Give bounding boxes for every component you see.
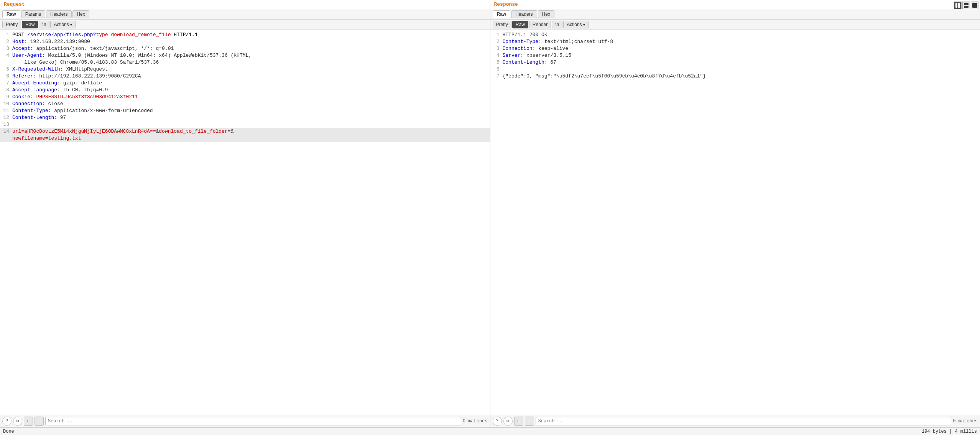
- table-row: 5 X-Requested-With: XMLHttpRequest: [0, 66, 490, 73]
- table-row: 1 POST /service/app/files.php?type=downl…: [0, 31, 490, 38]
- status-size: 194 bytes | 4 millis: [922, 429, 977, 434]
- table-row: 10 Connection: close: [0, 101, 490, 107]
- next-match-request[interactable]: →: [35, 417, 44, 426]
- sub-raw-request[interactable]: Raw: [22, 21, 38, 28]
- request-title: Request: [0, 0, 490, 9]
- split-horizontal-icon[interactable]: [954, 2, 962, 9]
- response-title: Response: [490, 0, 980, 9]
- svg-rect-0: [955, 3, 957, 8]
- table-row: 5 Content-Length: 67: [490, 59, 980, 66]
- table-row: 2 Host: 192.168.222.139:9080: [0, 38, 490, 45]
- tab-raw-response[interactable]: Raw: [493, 10, 511, 18]
- response-tab-bar: Raw Headers Hex: [490, 9, 980, 20]
- table-row: 13: [0, 121, 490, 128]
- help-button-response[interactable]: ?: [493, 417, 502, 426]
- matches-count-request: 0 matches: [463, 419, 488, 424]
- search-input-response[interactable]: [536, 417, 952, 425]
- matches-count-response: 0 matches: [953, 419, 978, 424]
- response-panel: Response Raw Headers Hex Pretty Raw Rend…: [490, 0, 980, 427]
- svg-rect-2: [964, 3, 968, 5]
- sub-newline-request[interactable]: \n: [39, 21, 49, 28]
- help-button-request[interactable]: ?: [2, 417, 12, 426]
- sub-pretty-request[interactable]: Pretty: [2, 21, 21, 28]
- single-view-icon[interactable]: [971, 2, 978, 9]
- sub-raw-response[interactable]: Raw: [512, 21, 528, 28]
- prev-match-request[interactable]: ←: [24, 417, 33, 426]
- table-row: 3 Connection: keep-alive: [490, 45, 980, 52]
- table-row: 7 Accept-Encoding: gzip, deflate: [0, 80, 490, 87]
- table-row: like Gecko) Chrome/85.0.4183.83 Safari/5…: [0, 59, 490, 66]
- tab-headers-response[interactable]: Headers: [511, 10, 537, 18]
- sub-newline-response[interactable]: \n: [552, 21, 562, 28]
- request-tab-bar: Raw Params Headers Hex: [0, 9, 490, 20]
- table-row: 4 User-Agent: Mozilla/5.0 (Windows NT 10…: [0, 52, 490, 59]
- table-row: 3 Accept: application/json, text/javascr…: [0, 45, 490, 52]
- request-panel: Request Raw Params Headers Hex Pretty Ra…: [0, 0, 490, 427]
- table-row: 8 Accept-Language: zh-CN, zh;q=0.9: [0, 87, 490, 94]
- table-row: 2 Content-Type: text/html;charset=utf-8: [490, 38, 980, 45]
- actions-button-response[interactable]: Actions ▾: [563, 21, 588, 28]
- next-match-response[interactable]: →: [525, 417, 534, 426]
- table-row: 7 {"code":0, "msg":"\u5df2\u7ecf\u5f00\u…: [490, 73, 980, 80]
- tab-params-request[interactable]: Params: [21, 10, 45, 18]
- table-row: 6 Referer: http://192.168.222.139:9080/C…: [0, 73, 490, 80]
- table-row: 9 Cookie: PHPSESSID=9c53f8f8c903d9412a3f…: [0, 94, 490, 101]
- search-input-request[interactable]: [45, 417, 461, 425]
- request-content: 1 POST /service/app/files.php?type=downl…: [0, 30, 490, 415]
- table-row: 1 HTTP/1.1 200 OK: [490, 31, 980, 38]
- sub-render-response[interactable]: Render: [529, 21, 551, 28]
- table-row: newfilename=testing.txt: [0, 135, 490, 142]
- chevron-down-icon: ▾: [70, 23, 72, 27]
- status-done: Done: [3, 429, 14, 434]
- response-bottom-bar: ? ⚙ ← → 0 matches: [490, 415, 980, 427]
- svg-rect-3: [964, 6, 968, 8]
- chevron-down-icon-response: ▾: [583, 23, 585, 27]
- settings-button-request[interactable]: ⚙: [13, 417, 22, 426]
- svg-rect-4: [972, 3, 977, 8]
- svg-rect-1: [958, 3, 960, 8]
- actions-button-request[interactable]: Actions ▾: [50, 21, 75, 28]
- tab-raw-request[interactable]: Raw: [2, 10, 20, 18]
- table-row: 14 url=aHR0cDovLzE5Mi4xNjguMjIyLjE6ODAwM…: [0, 128, 490, 135]
- prev-match-response[interactable]: ←: [514, 417, 523, 426]
- tab-hex-request[interactable]: Hex: [72, 10, 89, 18]
- table-row: 4 Server: xpserver/3.5.15: [490, 52, 980, 59]
- split-vertical-icon[interactable]: [962, 2, 970, 9]
- table-row: 11 Content-Type: application/x-www-form-…: [0, 107, 490, 114]
- table-row: 6: [490, 66, 980, 73]
- settings-button-response[interactable]: ⚙: [503, 417, 513, 426]
- request-bottom-bar: ? ⚙ ← → 0 matches: [0, 415, 490, 427]
- request-sub-bar: Pretty Raw \n Actions ▾: [0, 20, 490, 30]
- sub-pretty-response[interactable]: Pretty: [493, 21, 511, 28]
- table-row: 12 Content-Length: 97: [0, 114, 490, 121]
- response-sub-bar: Pretty Raw Render \n Actions ▾: [490, 20, 980, 30]
- status-bar: Done 194 bytes | 4 millis: [0, 427, 980, 435]
- tab-hex-response[interactable]: Hex: [538, 10, 554, 18]
- response-content: 1 HTTP/1.1 200 OK 2 Content-Type: text/h…: [490, 30, 980, 415]
- tab-headers-request[interactable]: Headers: [46, 10, 72, 18]
